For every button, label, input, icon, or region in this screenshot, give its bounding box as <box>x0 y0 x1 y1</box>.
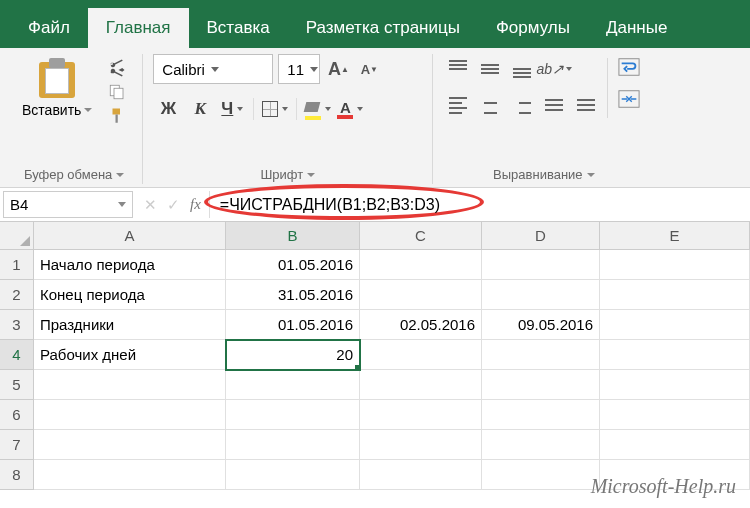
paste-button[interactable]: Вставить <box>16 54 98 122</box>
row-header-8[interactable]: 8 <box>0 460 34 490</box>
tab-page-layout[interactable]: Разметка страницы <box>288 8 478 48</box>
cell-C2[interactable] <box>360 280 482 310</box>
align-middle-button[interactable] <box>475 54 505 84</box>
cell-C5[interactable] <box>360 370 482 400</box>
tab-file[interactable]: Файл <box>10 8 88 48</box>
align-right-button[interactable] <box>507 90 537 120</box>
watermark: Microsoft-Help.ru <box>591 475 736 498</box>
row-header-7[interactable]: 7 <box>0 430 34 460</box>
group-font: Calibri 11 A▲ A▼ Ж К Ч A Шрифт <box>143 54 433 184</box>
chevron-down-icon <box>118 202 126 207</box>
row-header-2[interactable]: 2 <box>0 280 34 310</box>
bold-button[interactable]: Ж <box>153 94 183 124</box>
tab-formulas[interactable]: Формулы <box>478 8 588 48</box>
tab-insert[interactable]: Вставка <box>189 8 288 48</box>
align-bottom-button[interactable] <box>507 54 537 84</box>
orientation-button[interactable]: ab↗ <box>539 54 569 84</box>
cell-B2[interactable]: 31.05.2016 <box>226 280 360 310</box>
cancel-formula-icon: ✕ <box>144 196 157 214</box>
cell-D1[interactable] <box>482 250 600 280</box>
font-name-value: Calibri <box>162 61 205 78</box>
align-bottom-icon <box>513 60 531 78</box>
cell-B4[interactable]: 20 <box>226 340 360 370</box>
underline-button[interactable]: Ч <box>217 94 247 124</box>
cell-D7[interactable] <box>482 430 600 460</box>
column-header-C[interactable]: C <box>360 222 482 250</box>
grow-font-button[interactable]: A▲ <box>325 56 351 82</box>
tab-data[interactable]: Данные <box>588 8 685 48</box>
name-box[interactable]: B4 <box>3 191 133 218</box>
cell-E3[interactable] <box>600 310 750 340</box>
cell-D3[interactable]: 09.05.2016 <box>482 310 600 340</box>
cell-A1[interactable]: Начало периода <box>34 250 226 280</box>
cell-A3[interactable]: Праздники <box>34 310 226 340</box>
fx-button[interactable]: fx <box>190 196 201 213</box>
cell-D6[interactable] <box>482 400 600 430</box>
tab-home[interactable]: Главная <box>88 8 189 48</box>
group-alignment: ab↗ Выравнивание <box>433 54 654 184</box>
align-center-button[interactable] <box>475 90 505 120</box>
select-all-corner[interactable] <box>0 222 34 250</box>
copy-button[interactable] <box>106 82 128 102</box>
row-header-1[interactable]: 1 <box>0 250 34 280</box>
cell-E2[interactable] <box>600 280 750 310</box>
font-color-button[interactable]: A <box>335 94 365 124</box>
cut-button[interactable] <box>106 58 128 78</box>
cell-A4[interactable]: Рабочих дней <box>34 340 226 370</box>
column-header-B[interactable]: B <box>226 222 360 250</box>
paste-dropdown-icon[interactable] <box>84 108 92 112</box>
cell-C6[interactable] <box>360 400 482 430</box>
cell-B1[interactable]: 01.05.2016 <box>226 250 360 280</box>
scissors-icon <box>108 59 126 77</box>
cell-B5[interactable] <box>226 370 360 400</box>
cell-E5[interactable] <box>600 370 750 400</box>
wrap-text-button[interactable] <box>614 54 644 80</box>
format-painter-button[interactable] <box>106 106 128 126</box>
cell-A2[interactable]: Конец периода <box>34 280 226 310</box>
cell-D5[interactable] <box>482 370 600 400</box>
row-header-6[interactable]: 6 <box>0 400 34 430</box>
column-header-A[interactable]: A <box>34 222 226 250</box>
italic-button[interactable]: К <box>185 94 215 124</box>
cell-C1[interactable] <box>360 250 482 280</box>
cell-B3[interactable]: 01.05.2016 <box>226 310 360 340</box>
cell-A5[interactable] <box>34 370 226 400</box>
cell-A7[interactable] <box>34 430 226 460</box>
ribbon-tabs: Файл Главная Вставка Разметка страницы Ф… <box>0 8 750 48</box>
shrink-font-button[interactable]: A▼ <box>356 56 382 82</box>
align-top-button[interactable] <box>443 54 473 84</box>
cell-B7[interactable] <box>226 430 360 460</box>
chevron-down-icon <box>310 67 318 72</box>
formula-input[interactable]: =ЧИСТРАБДНИ(B1;B2;B3:D3) <box>210 188 750 221</box>
row-header-5[interactable]: 5 <box>0 370 34 400</box>
merge-cells-button[interactable] <box>614 86 644 112</box>
cell-C7[interactable] <box>360 430 482 460</box>
cell-B6[interactable] <box>226 400 360 430</box>
row-header-4[interactable]: 4 <box>0 340 34 370</box>
row-header-3[interactable]: 3 <box>0 310 34 340</box>
cell-B8[interactable] <box>226 460 360 490</box>
cell-E6[interactable] <box>600 400 750 430</box>
cell-C3[interactable]: 02.05.2016 <box>360 310 482 340</box>
cell-E4[interactable] <box>600 340 750 370</box>
wrap-text-icon <box>618 57 640 77</box>
cell-D8[interactable] <box>482 460 600 490</box>
cell-A6[interactable] <box>34 400 226 430</box>
align-left-button[interactable] <box>443 90 473 120</box>
column-header-D[interactable]: D <box>482 222 600 250</box>
cell-A8[interactable] <box>34 460 226 490</box>
borders-button[interactable] <box>260 94 290 124</box>
increase-indent-button[interactable] <box>571 90 601 120</box>
cell-E7[interactable] <box>600 430 750 460</box>
column-header-E[interactable]: E <box>600 222 750 250</box>
decrease-indent-button[interactable] <box>539 90 569 120</box>
cell-D4[interactable] <box>482 340 600 370</box>
font-size-select[interactable]: 11 <box>278 54 320 84</box>
cell-E1[interactable] <box>600 250 750 280</box>
cell-C4[interactable] <box>360 340 482 370</box>
fill-color-button[interactable] <box>303 94 333 124</box>
chevron-down-icon <box>211 67 219 72</box>
font-name-select[interactable]: Calibri <box>153 54 273 84</box>
cell-D2[interactable] <box>482 280 600 310</box>
cell-C8[interactable] <box>360 460 482 490</box>
